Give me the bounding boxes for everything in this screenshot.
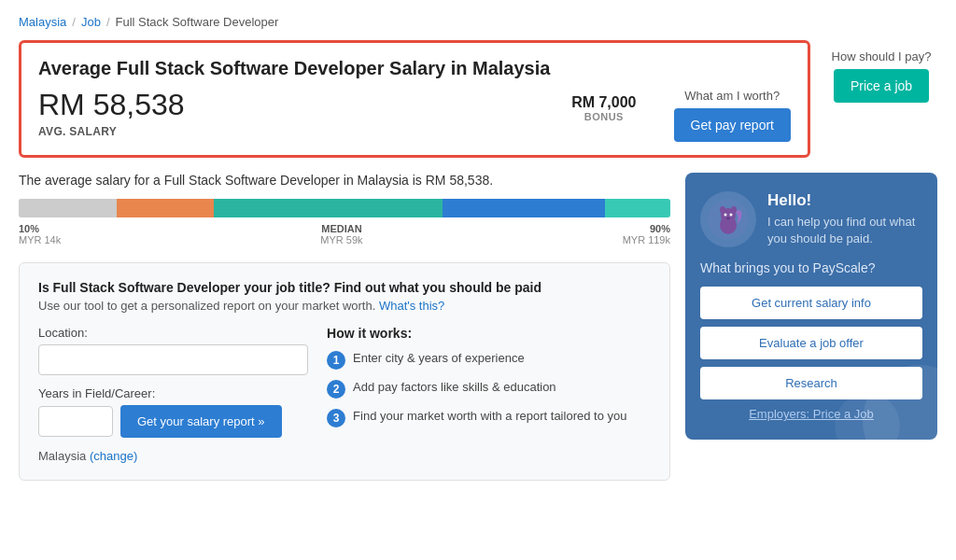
svg-point-7: [726, 217, 730, 219]
get-pay-report-button[interactable]: Get pay report: [674, 108, 792, 142]
squirrel-avatar: [700, 191, 756, 247]
hero-salary-row: RM 58,538 Avg. Salary RM 7,000 BONUS Wha…: [38, 89, 791, 142]
bar-seg-teal: [214, 199, 442, 217]
bar-label-median: MEDIAN MYR 59k: [320, 223, 362, 245]
location-input[interactable]: [38, 344, 308, 375]
hiw-title: How it works:: [327, 326, 651, 341]
hiw-num-3: 3: [327, 409, 345, 427]
svg-point-4: [731, 206, 737, 214]
sidebar-btn-salary[interactable]: Get current salary info: [700, 287, 922, 319]
bonus-section: RM 7,000 BONUS: [571, 89, 636, 122]
sidebar-btn-evaluate[interactable]: Evaluate a job offer: [700, 327, 922, 359]
salary-bar: [19, 199, 670, 217]
bar-labels: 10% MYR 14k MEDIAN MYR 59k 90% MYR 119k: [19, 223, 670, 245]
whats-this-link[interactable]: What's this?: [379, 299, 444, 313]
bonus-amount: RM 7,000: [571, 94, 636, 111]
years-group: Years in Field/Career: Get your salary r…: [38, 386, 308, 438]
bar-label-p10: 10% MYR 14k: [19, 223, 61, 245]
get-salary-report-button[interactable]: Get your salary report »: [120, 405, 282, 438]
svg-point-3: [720, 206, 725, 214]
main-layout: The average salary for a Full Stack Soft…: [19, 173, 937, 481]
hiw-num-1: 1: [327, 351, 345, 370]
salary-amount: RM 58,538: [38, 89, 534, 121]
job-title-box-heading: Is Full Stack Software Developer your jo…: [38, 280, 651, 295]
breadcrumb-home[interactable]: Malaysia: [19, 15, 66, 29]
hiw-step-1: 1 Enter city & years of experience: [327, 350, 651, 370]
what-worth-section: What am I worth? Get pay report: [674, 89, 792, 142]
sidebar-box: Hello! I can help you find out what you …: [685, 173, 937, 440]
change-country-link[interactable]: (change): [90, 449, 137, 463]
sidebar-hello-title: Hello!: [767, 191, 922, 210]
sidebar-question: What brings you to PayScale?: [700, 260, 922, 275]
avg-salary-text: The average salary for a Full Stack Soft…: [19, 173, 670, 188]
svg-point-6: [729, 213, 732, 216]
salary-main: RM 58,538 Avg. Salary: [38, 89, 534, 138]
job-title-box-sub: Use our tool to get a personalized repor…: [38, 299, 651, 313]
breadcrumb-sep2: /: [106, 15, 110, 29]
hiw-step-2: 2 Add pay factors like skills & educatio…: [327, 379, 651, 399]
sidebar-hello-sub: I can help you find out what you should …: [767, 214, 922, 247]
bar-wrapper: [19, 199, 670, 217]
years-input-row: Get your salary report »: [38, 405, 308, 438]
hiw-text-2: Add pay factors like skills & education: [353, 379, 556, 396]
form-row: Location: Years in Field/Career: Get you…: [38, 326, 651, 463]
years-input[interactable]: [38, 406, 113, 437]
breadcrumb-job[interactable]: Job: [81, 15, 101, 29]
price-a-job-button[interactable]: Price a job: [834, 69, 929, 103]
salary-label: Avg. Salary: [38, 125, 534, 138]
svg-point-5: [724, 213, 726, 216]
form-right: How it works: 1 Enter city & years of ex…: [327, 326, 651, 463]
location-label: Location:: [38, 326, 308, 340]
left-column: The average salary for a Full Stack Soft…: [19, 173, 670, 481]
how-pay-label: How should I pay?: [832, 49, 932, 63]
hiw-num-2: 2: [327, 380, 345, 399]
job-title-box: Is Full Stack Software Developer your jo…: [19, 262, 670, 481]
hiw-text-3: Find your market worth with a report tai…: [353, 408, 626, 425]
hero-title: Average Full Stack Software Developer Sa…: [38, 58, 791, 79]
how-it-works: How it works: 1 Enter city & years of ex…: [327, 326, 651, 427]
bar-seg-orange: [117, 199, 215, 217]
what-worth-label: What am I worth?: [684, 89, 780, 103]
bar-seg-blue: [443, 199, 606, 217]
bar-seg-low: [19, 199, 117, 217]
sidebar-hello-text: Hello! I can help you find out what you …: [767, 191, 922, 247]
bar-seg-teal2: [605, 199, 670, 217]
hero-box: Average Full Stack Software Developer Sa…: [19, 40, 810, 158]
bonus-label: BONUS: [571, 111, 636, 122]
bar-label-p90: 90% MYR 119k: [623, 223, 670, 245]
sidebar-header: Hello! I can help you find out what you …: [700, 191, 922, 247]
squirrel-icon: [708, 199, 750, 241]
breadcrumb-sep1: /: [72, 15, 76, 29]
breadcrumb-current: Full Stack Software Developer: [116, 15, 279, 29]
page-wrapper: Malaysia / Job / Full Stack Software Dev…: [0, 0, 956, 560]
country-display: Malaysia (change): [38, 449, 308, 463]
breadcrumb: Malaysia / Job / Full Stack Software Dev…: [19, 15, 937, 29]
years-label: Years in Field/Career:: [38, 386, 308, 400]
hiw-text-1: Enter city & years of experience: [353, 350, 525, 367]
salary-bar-container: 10% MYR 14k MEDIAN MYR 59k 90% MYR 119k: [19, 199, 670, 245]
how-should-i-pay-box: How should I pay? Price a job: [825, 40, 937, 103]
hiw-step-3: 3 Find your market worth with a report t…: [327, 408, 651, 427]
form-left: Location: Years in Field/Career: Get you…: [38, 326, 308, 463]
location-group: Location:: [38, 326, 308, 375]
top-row: Average Full Stack Software Developer Sa…: [19, 40, 937, 158]
right-column: Hello! I can help you find out what you …: [685, 173, 937, 481]
